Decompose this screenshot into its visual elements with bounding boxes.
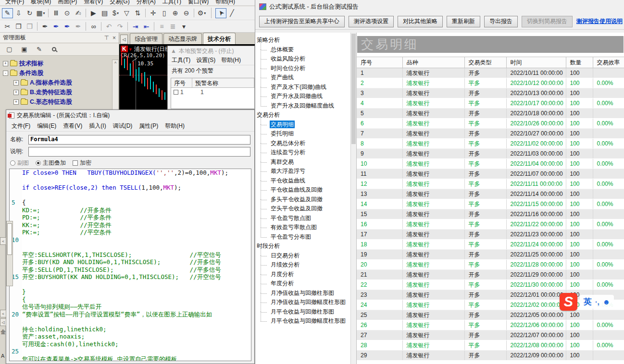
table-row[interactable]: 20浦发银行平多2022/11/28 00:00:001000.00% [357, 260, 624, 270]
report-button-3[interactable]: 重新刷新 [447, 16, 480, 27]
settings-gear-icon[interactable]: ⚙▾ [196, 8, 207, 18]
move-icon[interactable]: ✛ [148, 8, 159, 18]
menu-item-6[interactable]: 帮助(H) [162, 121, 188, 131]
editor-left-scrollbar[interactable] [6, 221, 13, 286]
download-icon[interactable]: ⇩ [13, 8, 24, 18]
menu-item-5[interactable]: 属性(P) [136, 121, 162, 131]
table-row[interactable]: 1浦发银行开多2022/10/11 00:00:00100 [357, 68, 624, 78]
zoom-out-icon[interactable]: ⊖ [181, 8, 192, 18]
draw-line-icon[interactable]: ✎ [2, 8, 13, 18]
menu-item-3[interactable]: 插入(I) [86, 121, 109, 131]
col-header-时间[interactable]: 时间 [506, 57, 566, 68]
tab-动态显示牌[interactable]: 动态显示牌 [163, 33, 202, 44]
document-icon[interactable]: ▤ [99, 8, 110, 18]
edit-pen-icon[interactable]: ✍ [73, 8, 84, 18]
tree-item-1[interactable]: -条件选股 [3, 68, 119, 78]
collapse-left2-icon[interactable]: < [0, 310, 6, 317]
table-row[interactable]: 11浦发银行开多2022/11/07 00:00:00100 [357, 169, 624, 179]
cut-icon[interactable]: ✂ [2, 21, 13, 31]
pin-icon[interactable]: ⊤ [104, 35, 109, 41]
nav-item-交易总体分析[interactable]: 交易总体分析 [255, 139, 350, 148]
table-row[interactable]: 15浦发银行开多2022/11/16 00:00:00100 [357, 209, 624, 219]
line-tool-icon[interactable]: ╱ [226, 8, 237, 18]
nav-item-资产及水下(回撤)曲线[interactable]: 资产及水下(回撤)曲线 [255, 83, 350, 92]
nav-item-空头平仓收益及回撤[interactable]: 空头平仓收益及回撤 [255, 204, 350, 214]
binoculars-find-icon[interactable]: ∞ [88, 21, 99, 31]
undo-icon[interactable]: ↶ [103, 21, 114, 31]
table-row[interactable]: 12浦发银行平多2022/11/11 00:00:001000.00% [357, 179, 624, 189]
play-icon[interactable]: ▶ [88, 8, 99, 18]
tab-综合管理[interactable]: 综合管理 [130, 33, 162, 44]
menu-item-1[interactable]: 编辑(E) [34, 121, 60, 131]
menu-item-5[interactable]: 分析(A) [133, 0, 159, 6]
nav-item-日交易分析[interactable]: 日交易分析 [255, 251, 350, 261]
formula-desc-input[interactable] [28, 147, 250, 157]
table-row[interactable]: 4浦发银行平多2022/10/17 00:00:001000.00% [357, 98, 624, 109]
k-badge[interactable]: K [121, 46, 128, 52]
layout-grid-icon[interactable]: ▦▾ [35, 8, 46, 18]
nav-item-有效盈亏率散点图[interactable]: 有效盈亏率散点图 [255, 223, 350, 232]
nav-item-离群交易[interactable]: 离群交易 [255, 158, 350, 167]
tuning-sliders-icon[interactable]: Ⅲ [50, 8, 62, 18]
subchart-radio[interactable] [10, 160, 15, 166]
nav-item-最大浮盈浮亏[interactable]: 最大浮盈浮亏 [255, 167, 350, 176]
tree-scrollbar[interactable]: ^ [112, 60, 119, 112]
table-row[interactable]: 7浦发银行开多2022/10/27 00:00:00100 [357, 129, 624, 139]
table-row[interactable]: 28浦发银行平多2022/12/08 00:00:001000.00% [357, 340, 624, 351]
menu-item-2[interactable]: 画面(P) [54, 0, 80, 6]
table-row[interactable]: 21浦发银行开多2022/11/29 00:00:00100 [357, 270, 624, 280]
nav-item-资产升水及回撤幅度曲线[interactable]: 资产升水及回撤幅度曲线 [255, 101, 350, 111]
refresh-icon[interactable]: ↻ [24, 8, 35, 18]
nav-item-月净值收益与回撤幅度柱形图[interactable]: 月净值收益与回撤幅度柱形图 [255, 298, 350, 307]
sort-icon[interactable]: ⇅ [132, 8, 143, 18]
expander-icon[interactable]: + [13, 90, 19, 95]
tree-item-2[interactable]: +A.指标条件选股 [3, 78, 119, 87]
table-row[interactable]: 8浦发银行平多2022/11/02 00:00:001000.00% [357, 139, 624, 149]
filter-icon[interactable]: ▽ [121, 8, 132, 18]
ime-emoji-icon[interactable]: ☻ [603, 298, 611, 306]
col-header-序号[interactable]: 序号 [357, 57, 402, 68]
dollar-icon[interactable]: $▾ [110, 8, 121, 18]
pen-icon[interactable]: ✒ [39, 21, 50, 31]
search-icon[interactable] [49, 44, 60, 54]
table-row[interactable]: 27浦发银行开多2022/12/07 00:00:00100 [357, 330, 624, 340]
pen-gray-icon[interactable]: ✒ [73, 21, 84, 31]
close-icon[interactable]: × [112, 35, 116, 41]
menu-item-2[interactable]: 查看(V) [60, 121, 86, 131]
collapse-left-icon[interactable]: < [0, 237, 6, 245]
table-row[interactable]: 17浦发银行开多2022/11/23 00:00:00100 [357, 230, 624, 240]
mainchart-radio[interactable] [36, 160, 41, 166]
col-header-数量[interactable]: 数量 [566, 57, 593, 68]
ime-punctuation-toggle[interactable]: ·, [595, 298, 599, 306]
chevron-down-icon[interactable]: ▼ [128, 47, 133, 52]
nav-item-收益风险分析[interactable]: 收益风险分析 [255, 54, 350, 64]
menu-item-1[interactable]: 板块(M) [27, 0, 54, 6]
pen-blue-icon[interactable]: ✒ [50, 21, 62, 31]
table-row[interactable]: 25浦发银行开多2022/12/05 00:00:00100 [357, 310, 624, 320]
alert-row[interactable]: 11 [171, 88, 254, 97]
nav-item-资产升水及回撤曲线[interactable]: 资产升水及回撤曲线 [255, 92, 350, 101]
menu-item-6[interactable]: 工具(T) [159, 0, 185, 6]
alert-circle-icon[interactable]: ⊙ [62, 8, 73, 18]
menu-item-8[interactable]: 帮助(H) [212, 0, 238, 6]
expander-icon[interactable]: + [3, 61, 8, 66]
table-row[interactable]: 5浦发银行开多2022/10/18 00:00:00100 [357, 109, 624, 119]
col-header-品种[interactable]: 品种 [402, 57, 464, 68]
zoom-in-icon[interactable]: ⊕ [170, 8, 181, 18]
table-row[interactable]: 3浦发银行开多2022/10/13 00:00:00100 [357, 88, 624, 98]
nav-scrollbar[interactable] [350, 33, 357, 364]
formula-name-input[interactable]: Formula4 [28, 135, 250, 145]
menu-item-0[interactable]: 工具(T) [169, 55, 193, 65]
menu-item-4[interactable]: 交易(G) [106, 0, 133, 6]
table-row[interactable]: 13浦发银行开多2022/11/14 00:00:00100 [357, 189, 624, 199]
nav-item-时间仓位分析[interactable]: 时间仓位分析 [255, 64, 350, 73]
expander-icon[interactable]: - [3, 71, 8, 76]
nav-item-总体概要[interactable]: 总体概要 [255, 45, 350, 55]
expander-icon[interactable]: + [13, 99, 19, 105]
formula-code-editor[interactable]: IF close>0 THEN TBUY(TBUYHOLDINGEX('',''… [9, 169, 251, 361]
nav-item-连续盈亏分析[interactable]: 连续盈亏分析 [255, 148, 350, 158]
tab-scroll-left-icon[interactable]: ◁ [120, 35, 128, 44]
nav-item-平仓收益曲线及回撤[interactable]: 平仓收益曲线及回撤 [255, 185, 350, 195]
tree-item-4[interactable]: +C.形态特征选股 [3, 97, 119, 107]
tree-item-0[interactable]: +技术指标 [3, 59, 119, 68]
